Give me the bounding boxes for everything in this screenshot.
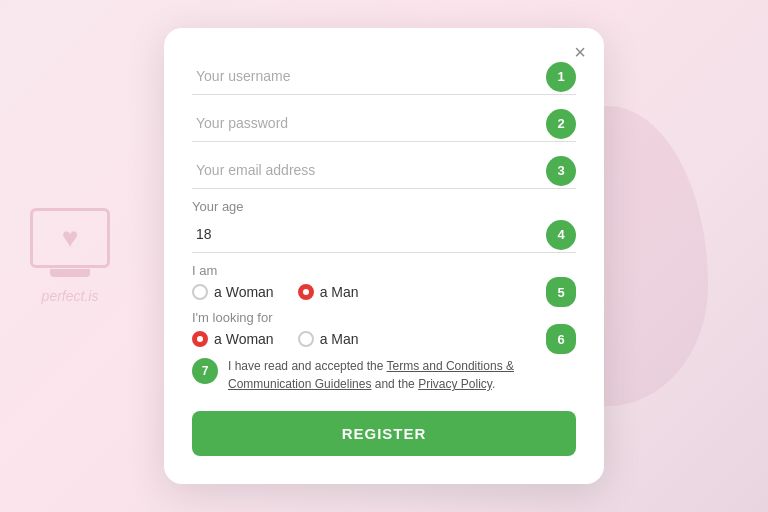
- iam-label: I am: [192, 263, 576, 278]
- password-input[interactable]: [192, 105, 576, 142]
- terms-before: I have read and accepted the: [228, 359, 387, 373]
- watermark-logo: ♥ perfect.is: [30, 208, 110, 304]
- watermark-text: perfect.is: [42, 288, 99, 304]
- age-input[interactable]: [192, 216, 576, 253]
- iam-options: a Woman a Man 5: [192, 284, 576, 300]
- username-input[interactable]: [192, 58, 576, 95]
- looking-woman-label: a Woman: [214, 331, 274, 347]
- step-7-badge: 7: [192, 358, 218, 384]
- step-3-badge: 3: [546, 156, 576, 186]
- terms-after: .: [492, 377, 495, 391]
- age-label: Your age: [192, 199, 576, 214]
- password-row: 2: [192, 105, 576, 142]
- terms-section: 7 I have read and accepted the Terms and…: [192, 357, 576, 393]
- iam-man-option[interactable]: a Man: [298, 284, 359, 300]
- looking-man-label: a Man: [320, 331, 359, 347]
- monitor-icon: ♥: [30, 208, 110, 268]
- step-4-badge: 4: [546, 220, 576, 250]
- step-6-badge: 6: [546, 324, 576, 354]
- step-5-badge: 5: [546, 277, 576, 307]
- register-button[interactable]: REGISTER: [192, 411, 576, 456]
- step-2-badge: 2: [546, 109, 576, 139]
- register-modal: × 1 2 3 Your age 4 I am a Woman a M: [164, 28, 604, 484]
- iam-woman-radio[interactable]: [192, 284, 208, 300]
- username-row: 1: [192, 58, 576, 95]
- iam-man-label: a Man: [320, 284, 359, 300]
- looking-man-option[interactable]: a Man: [298, 331, 359, 347]
- terms-text: I have read and accepted the Terms and C…: [228, 357, 576, 393]
- heart-icon: ♥: [62, 222, 79, 254]
- looking-for-options: a Woman a Man 6: [192, 331, 576, 347]
- email-input[interactable]: [192, 152, 576, 189]
- looking-for-section: I'm looking for a Woman a Man 6: [192, 310, 576, 347]
- iam-section: I am a Woman a Man 5: [192, 263, 576, 300]
- looking-man-radio[interactable]: [298, 331, 314, 347]
- age-section: Your age 4: [192, 199, 576, 253]
- close-button[interactable]: ×: [574, 42, 586, 62]
- iam-woman-label: a Woman: [214, 284, 274, 300]
- looking-woman-radio[interactable]: [192, 331, 208, 347]
- looking-for-label: I'm looking for: [192, 310, 576, 325]
- terms-between: and the: [371, 377, 418, 391]
- email-row: 3: [192, 152, 576, 189]
- terms-link2[interactable]: Privacy Policy: [418, 377, 492, 391]
- step-1-badge: 1: [546, 62, 576, 92]
- age-row: 4: [192, 216, 576, 253]
- iam-man-radio[interactable]: [298, 284, 314, 300]
- looking-woman-option[interactable]: a Woman: [192, 331, 274, 347]
- iam-woman-option[interactable]: a Woman: [192, 284, 274, 300]
